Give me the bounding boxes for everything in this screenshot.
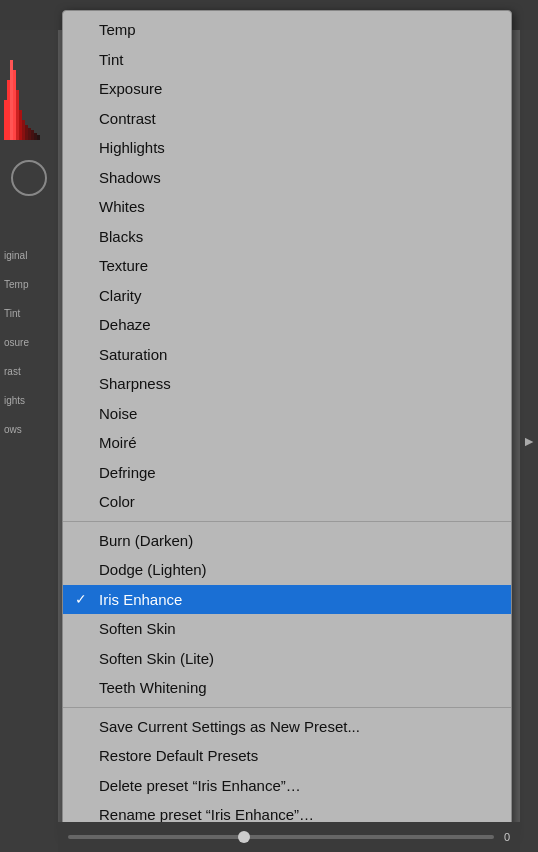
menu-item-dehaze[interactable]: ✓ Dehaze — [63, 310, 511, 340]
menu-item-noise[interactable]: ✓ Noise — [63, 399, 511, 429]
right-arrow[interactable]: ► — [522, 433, 536, 449]
menu-item-teeth-whitening[interactable]: ✓ Teeth Whitening — [63, 673, 511, 703]
bottom-slider-bar: 0 — [58, 822, 520, 852]
label-temp: Temp — [4, 279, 28, 290]
label-original: iginal — [4, 250, 27, 261]
right-panel: ► — [520, 30, 538, 852]
bottom-slider-handle[interactable] — [238, 831, 250, 843]
menu-item-soften-skin-lite[interactable]: ✓ Soften Skin (Lite) — [63, 644, 511, 674]
menu-item-temp[interactable]: ✓ Temp — [63, 15, 511, 45]
menu-item-dodge[interactable]: ✓ Dodge (Lighten) — [63, 555, 511, 585]
menu-item-blacks[interactable]: ✓ Blacks — [63, 222, 511, 252]
dropdown-menu: ✓ Temp ✓ Tint ✓ Exposure ✓ Contrast ✓ Hi… — [62, 10, 512, 835]
menu-item-whites[interactable]: ✓ Whites — [63, 192, 511, 222]
menu-item-burn[interactable]: ✓ Burn (Darken) — [63, 526, 511, 556]
menu-section-2: ✓ Burn (Darken) ✓ Dodge (Lighten) ✓ Iris… — [63, 521, 511, 707]
menu-section-3: ✓ Save Current Settings as New Preset...… — [63, 707, 511, 834]
menu-item-iris-enhance[interactable]: ✓ Iris Enhance — [63, 585, 511, 615]
label-contrast: rast — [4, 366, 21, 377]
left-labels: iginal Temp Tint osure rast ights ows — [0, 30, 58, 435]
menu-item-soften-skin[interactable]: ✓ Soften Skin — [63, 614, 511, 644]
menu-item-sharpness[interactable]: ✓ Sharpness — [63, 369, 511, 399]
menu-item-clarity[interactable]: ✓ Clarity — [63, 281, 511, 311]
bottom-slider-value: 0 — [504, 831, 510, 843]
label-shadows: ows — [4, 424, 22, 435]
menu-item-texture[interactable]: ✓ Texture — [63, 251, 511, 281]
menu-item-color[interactable]: ✓ Color — [63, 487, 511, 517]
menu-item-shadows[interactable]: ✓ Shadows — [63, 163, 511, 193]
checkmark-iris-enhance: ✓ — [75, 590, 87, 608]
label-highlights: ights — [4, 395, 25, 406]
menu-item-tint[interactable]: ✓ Tint — [63, 45, 511, 75]
menu-item-save-preset[interactable]: ✓ Save Current Settings as New Preset... — [63, 712, 511, 742]
label-exposure: osure — [4, 337, 29, 348]
menu-item-highlights[interactable]: ✓ Highlights — [63, 133, 511, 163]
menu-item-saturation[interactable]: ✓ Saturation — [63, 340, 511, 370]
menu-item-contrast[interactable]: ✓ Contrast — [63, 104, 511, 134]
menu-item-exposure[interactable]: ✓ Exposure — [63, 74, 511, 104]
menu-item-moire[interactable]: ✓ Moiré — [63, 428, 511, 458]
menu-item-delete-preset[interactable]: ✓ Delete preset “Iris Enhance”… — [63, 771, 511, 801]
bottom-slider-track — [68, 835, 494, 839]
menu-item-defringe[interactable]: ✓ Defringe — [63, 458, 511, 488]
label-tint: Tint — [4, 308, 20, 319]
menu-item-restore-defaults[interactable]: ✓ Restore Default Presets — [63, 741, 511, 771]
menu-section-1: ✓ Temp ✓ Tint ✓ Exposure ✓ Contrast ✓ Hi… — [63, 11, 511, 521]
